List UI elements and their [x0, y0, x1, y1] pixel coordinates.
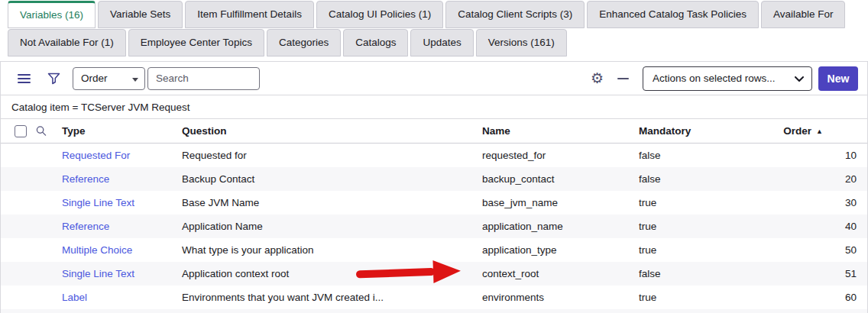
tab-item-fulfillment-details[interactable]: Item Fulfillment Details: [185, 1, 314, 28]
tab-label: Categories: [279, 37, 329, 48]
tab-employee-center-topics[interactable]: Employee Center Topics: [128, 29, 264, 56]
column-header-type[interactable]: Type: [54, 125, 174, 137]
tab-label: Item Fulfillment Details: [197, 8, 302, 20]
name-cell: context_root: [474, 268, 631, 279]
name-cell: base_jvm_name: [474, 197, 631, 208]
variables-list-panel: Order ⚙ Actions on selected rows... New …: [0, 61, 868, 313]
table-body: Requested For Requested for requested_fo…: [1, 144, 867, 313]
table-header-row: TypeQuestionNameMandatoryOrder▲: [1, 119, 867, 144]
mandatory-cell: false: [631, 268, 757, 279]
collapse-minus-icon[interactable]: [617, 78, 629, 79]
search-input[interactable]: [147, 67, 260, 90]
tab-label: Catalogs: [355, 37, 396, 48]
type-link[interactable]: Single Line Text: [62, 197, 134, 208]
table-row[interactable]: Reference Application Name application_n…: [1, 215, 867, 238]
mandatory-cell: true: [631, 292, 757, 303]
tab-label: Available For: [773, 8, 834, 20]
list-menu-icon[interactable]: [18, 74, 31, 83]
name-cell: environments: [474, 292, 631, 303]
search-field-selector[interactable]: Order: [73, 67, 145, 90]
type-link[interactable]: Label: [62, 292, 87, 303]
chevron-down-icon: [795, 76, 804, 82]
tab-label: Updates: [423, 37, 461, 48]
sort-asc-icon: ▲: [816, 127, 823, 135]
order-cell: 51: [757, 268, 867, 279]
tab-label: Variable Sets: [110, 8, 170, 20]
order-cell: 60: [757, 292, 867, 303]
name-cell: backup_contact: [474, 173, 631, 185]
tab-label: Enhanced Catalog Task Policies: [599, 8, 747, 20]
variables-table: TypeQuestionNameMandatoryOrder▲ Requeste…: [1, 119, 867, 313]
tab-categories[interactable]: Categories: [267, 29, 341, 56]
list-toolbar: Order ⚙ Actions on selected rows... New: [1, 62, 867, 95]
catalog-item-related-lists: Variables (16) Variable Sets Item Fulfil…: [0, 0, 868, 313]
column-header-order[interactable]: Order▲: [757, 125, 867, 137]
name-cell: application_type: [474, 244, 631, 256]
tab-label: Versions (161): [488, 37, 555, 48]
mandatory-cell: true: [631, 221, 757, 232]
question-cell: Application Name: [174, 221, 474, 232]
new-button[interactable]: New: [818, 66, 858, 91]
order-cell: 40: [757, 221, 867, 232]
question-cell: Backup Contact: [174, 173, 474, 185]
tab-enhanced-catalog-task-policies[interactable]: Enhanced Catalog Task Policies: [587, 1, 759, 28]
tab-catalog-ui-policies-1[interactable]: Catalog UI Policies (1): [316, 1, 443, 28]
column-search-icon[interactable]: [28, 125, 54, 137]
question-cell: Environments that you want JVM created i…: [174, 292, 474, 303]
tab-updates[interactable]: Updates: [410, 29, 473, 56]
table-row-partial[interactable]: [1, 309, 867, 313]
question-cell: Base JVM Name: [174, 197, 474, 208]
tab-label: Not Available For (1): [20, 37, 114, 48]
tab-not-available-for-1[interactable]: Not Available For (1): [8, 29, 126, 56]
name-cell: application_name: [474, 221, 631, 232]
table-row[interactable]: Single Line Text Base JVM Name base_jvm_…: [1, 191, 867, 215]
column-header-question[interactable]: Question: [174, 125, 474, 137]
table-row[interactable]: Reference Backup Contact backup_contact …: [1, 167, 867, 191]
filter-funnel-icon[interactable]: [47, 73, 60, 85]
tab-catalog-client-scripts-3[interactable]: Catalog Client Scripts (3): [445, 1, 585, 28]
tab-variables-16[interactable]: Variables (16): [8, 1, 96, 28]
tab-label: Employee Center Topics: [141, 37, 252, 48]
type-link[interactable]: Requested For: [62, 150, 130, 161]
tab-available-for[interactable]: Available For: [761, 1, 846, 28]
name-cell: requested_for: [474, 150, 631, 161]
tab-strip-row1: Variables (16) Variable Sets Item Fulfil…: [0, 0, 868, 28]
gear-icon[interactable]: ⚙: [591, 71, 604, 86]
select-all-checkbox[interactable]: [15, 125, 27, 137]
tab-label: Catalog Client Scripts (3): [458, 8, 572, 20]
search-field-selector-value: Order: [81, 73, 108, 84]
tab-strip-row2: Not Available For (1) Employee Center To…: [0, 28, 868, 56]
table-row[interactable]: Single Line Text Application context roo…: [1, 262, 867, 286]
order-cell: 10: [757, 150, 867, 161]
type-link[interactable]: Multiple Choice: [62, 244, 132, 256]
mandatory-cell: true: [631, 244, 757, 256]
question-cell: Application context root: [174, 268, 474, 279]
tab-label: Catalog UI Policies (1): [329, 8, 431, 20]
tab-label: Variables (16): [20, 9, 83, 21]
question-cell: Requested for: [174, 150, 474, 161]
actions-select-value: Actions on selected rows...: [653, 73, 776, 84]
mandatory-cell: false: [631, 150, 757, 161]
tab-versions-161[interactable]: Versions (161): [476, 29, 567, 56]
mandatory-cell: false: [631, 173, 757, 185]
table-row[interactable]: Requested For Requested for requested_fo…: [1, 144, 867, 167]
type-link[interactable]: Reference: [62, 221, 109, 232]
caret-down-icon: [132, 78, 138, 82]
column-header-mandatory[interactable]: Mandatory: [631, 125, 757, 137]
mandatory-cell: true: [631, 197, 757, 208]
breadcrumb[interactable]: Catalog item = TCServer JVM Request: [1, 95, 867, 119]
type-link[interactable]: Reference: [62, 173, 109, 185]
type-link[interactable]: Single Line Text: [62, 268, 134, 279]
order-cell: 30: [757, 197, 867, 208]
tab-catalogs[interactable]: Catalogs: [343, 29, 408, 56]
column-header-name[interactable]: Name: [474, 125, 631, 137]
table-row[interactable]: Label Environments that you want JVM cre…: [1, 286, 867, 309]
question-cell: What type is your application: [174, 244, 474, 256]
tab-variable-sets[interactable]: Variable Sets: [98, 1, 183, 28]
table-row[interactable]: Multiple Choice What type is your applic…: [1, 238, 867, 262]
order-cell: 20: [757, 173, 867, 185]
actions-select[interactable]: Actions on selected rows...: [643, 66, 812, 91]
order-cell: 50: [757, 244, 867, 256]
